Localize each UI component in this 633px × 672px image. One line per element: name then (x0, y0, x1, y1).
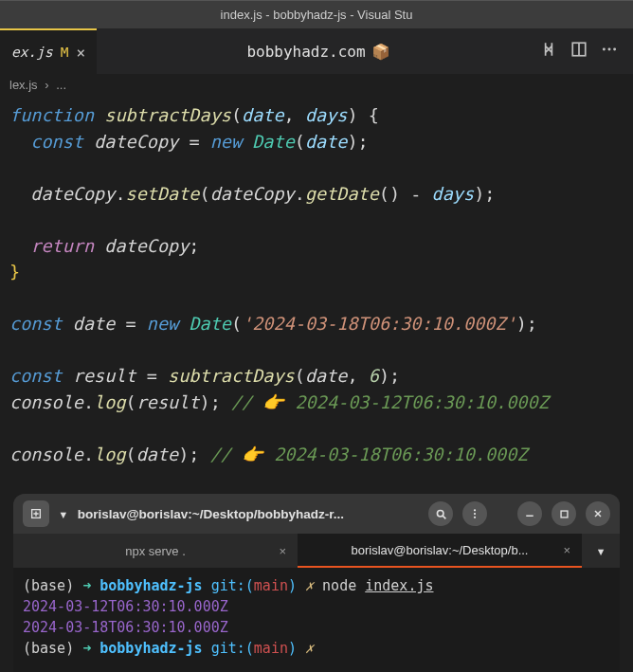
terminal-tab-label: borislav@borislav:~/Desktop/b... (352, 543, 529, 557)
close-icon[interactable]: × (76, 44, 85, 62)
terminal-title: borislav@borislav:~/Desktop/bobbyhadz-r.… (78, 507, 419, 521)
more-icon[interactable] (601, 41, 618, 62)
package-icon: 📦 (371, 43, 390, 61)
window-title-bar: index.js - bobbyhadz-js - Visual Stu (0, 0, 633, 28)
compare-icon[interactable] (540, 41, 557, 62)
chevron-down-icon[interactable]: ▾ (59, 505, 68, 523)
site-name: bobbyhadz.com (246, 43, 365, 61)
terminal-output[interactable]: (base) ➜ bobbyhadz-js git:(main) ✗ node … (13, 568, 620, 672)
maximize-icon[interactable] (552, 501, 576, 526)
tab-modified-indicator: M (61, 45, 69, 60)
chevron-down-icon[interactable]: ▾ (582, 542, 620, 560)
editor-tab-bar: ex.js M × bobbyhadz.com 📦 (0, 28, 633, 74)
breadcrumb-rest: ... (56, 78, 66, 92)
window-title: index.js - bobbyhadz-js - Visual Stu (221, 8, 413, 22)
terminal-tab-label: npx serve . (125, 544, 186, 558)
close-icon[interactable]: × (279, 544, 286, 558)
new-tab-icon[interactable] (23, 500, 49, 527)
svg-line-9 (443, 516, 445, 518)
svg-point-8 (437, 510, 443, 517)
search-icon[interactable] (428, 501, 453, 526)
tab-bar-center: bobbyhadz.com 📦 (97, 43, 540, 61)
svg-point-11 (474, 513, 476, 515)
breadcrumb[interactable]: lex.js › ... (0, 74, 633, 99)
minimize-icon[interactable] (517, 501, 542, 526)
terminal-panel: ▾ borislav@borislav:~/Desktop/bobbyhadz-… (13, 494, 620, 672)
svg-point-3 (608, 48, 611, 51)
tab-filename: ex.js (11, 45, 53, 60)
tab-bar-actions (540, 41, 633, 62)
svg-point-10 (474, 509, 476, 511)
terminal-toolbar: ▾ borislav@borislav:~/Desktop/bobbyhadz-… (13, 494, 620, 534)
close-window-icon[interactable] (586, 501, 610, 526)
breadcrumb-separator: › (45, 78, 48, 92)
terminal-tab-inactive[interactable]: npx serve . × (13, 534, 298, 568)
menu-icon[interactable] (462, 501, 487, 526)
editor-tab[interactable]: ex.js M × (0, 28, 97, 74)
close-icon[interactable]: × (563, 543, 570, 557)
svg-rect-14 (561, 511, 568, 518)
breadcrumb-file: lex.js (9, 78, 38, 92)
code-editor[interactable]: function subtractDays(date, days) { cons… (0, 99, 633, 471)
svg-point-12 (474, 517, 476, 518)
terminal-tab-active[interactable]: borislav@borislav:~/Desktop/b... × (298, 534, 582, 568)
terminal-tabs: npx serve . × borislav@borislav:~/Deskto… (13, 534, 620, 568)
svg-point-2 (603, 48, 606, 51)
svg-point-4 (613, 48, 616, 51)
split-editor-icon[interactable] (570, 41, 588, 62)
